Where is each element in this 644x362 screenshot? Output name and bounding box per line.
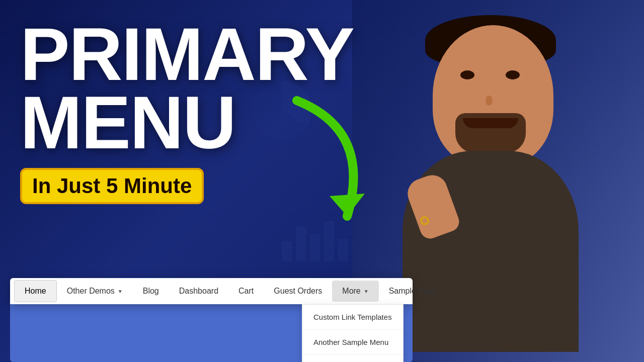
more-dropdown-menu: Custom Link Templates Another Sample Men… (302, 304, 404, 362)
nav-label-dashboard: Dashboard (179, 287, 218, 296)
nav-items-container: Home Other Demos ▼ Blog Dashboard Cart G… (10, 278, 413, 304)
person-figure (392, 15, 604, 357)
nav-item-blog[interactable]: Blog (133, 281, 169, 302)
dropdown-item-another-sample[interactable]: Another Sample Menu (302, 330, 403, 355)
other-demos-dropdown-icon: ▼ (118, 289, 123, 294)
more-dropdown-icon: ▼ (364, 289, 369, 294)
person-body (403, 151, 579, 352)
nav-item-other-demos[interactable]: Other Demos ▼ (57, 281, 133, 302)
nav-item-cart[interactable]: Cart (228, 281, 264, 302)
nav-label-guest-orders: Guest Orders (274, 287, 322, 296)
nav-label-home: Home (25, 287, 46, 296)
nav-label-sample-page: Sample Page (389, 287, 437, 296)
nav-item-sample-page[interactable]: Sample Page (379, 281, 447, 302)
svg-marker-0 (330, 194, 365, 216)
subtitle-badge: In Just 5 Minute (20, 168, 204, 204)
nav-label-other-demos: Other Demos (67, 287, 115, 296)
nav-label-more: More (342, 287, 360, 296)
nav-item-more[interactable]: More ▼ (332, 281, 378, 302)
person-head (433, 25, 553, 166)
dropdown-item-custom-link[interactable]: Custom Link Templates (302, 305, 403, 330)
arrow-decoration (282, 90, 382, 231)
nav-label-blog: Blog (143, 287, 159, 296)
nav-item-home[interactable]: Home (14, 280, 57, 302)
arrow-svg (282, 90, 382, 231)
navigation-bar: Home Other Demos ▼ Blog Dashboard Cart G… (10, 278, 413, 304)
dropdown-item-new-menu[interactable]: New Menu Item (302, 355, 403, 362)
nav-label-cart: Cart (238, 287, 254, 296)
nav-item-guest-orders[interactable]: Guest Orders (264, 281, 332, 302)
nav-item-dashboard[interactable]: Dashboard (169, 281, 228, 302)
dropdown-label-another-sample: Another Sample Menu (313, 338, 388, 346)
dropdown-label-custom-link: Custom Link Templates (313, 313, 392, 321)
